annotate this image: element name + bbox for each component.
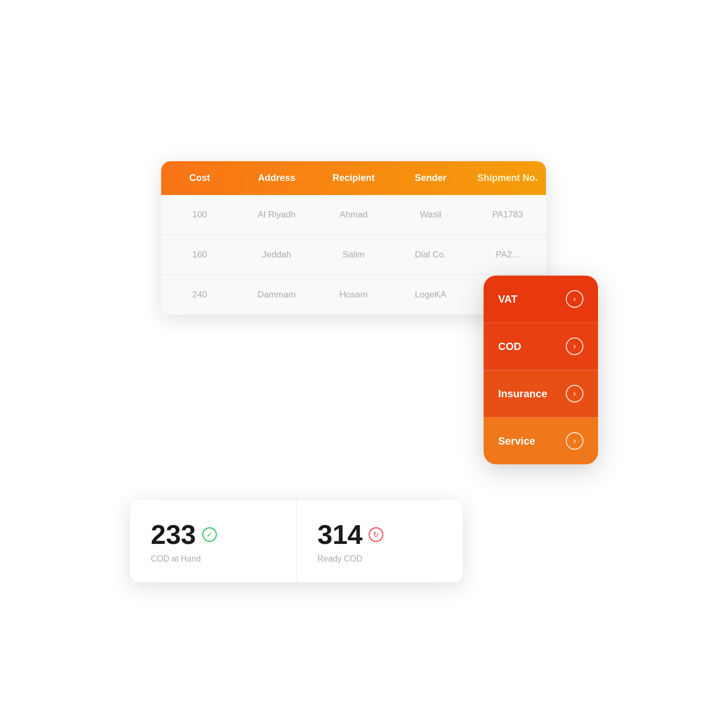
refresh-icon: ↻ (369, 527, 383, 542)
stat-cod-at-hand: 233 ✓ COD at Hand (130, 500, 297, 582)
table-row: 160 Jeddah Salim Dlal Co. PA2... (161, 235, 546, 275)
menu-label-vat: VAT (498, 293, 517, 305)
stat-label-1: Ready COD (318, 554, 362, 564)
arrow-icon-vat: › (566, 290, 583, 308)
table-header: Cost Address Recipient Sender Shipment N… (161, 161, 546, 195)
cell-shipment-0: PA1783 (469, 195, 546, 235)
cell-cost-2: 240 (161, 275, 238, 315)
stat-number-1: 314 (318, 519, 363, 550)
col-head-address: Address (238, 161, 315, 195)
stat-number-0: 233 (151, 519, 196, 550)
cell-recipient-0: Ahmad (315, 195, 392, 235)
stat-number-row-0: 233 ✓ (151, 519, 217, 550)
arrow-icon-cod: › (566, 337, 583, 355)
menu-card: VAT › COD › Insurance › Service › (484, 276, 598, 464)
menu-item-insurance[interactable]: Insurance › (484, 370, 598, 418)
cell-recipient-2: Hosam (315, 275, 392, 315)
col-head-sender: Sender (392, 161, 469, 195)
menu-item-service[interactable]: Service › (484, 418, 598, 464)
col-head-recipient: Recipient (315, 161, 392, 195)
cell-address-1: Jeddah (238, 235, 315, 275)
col-head-cost: Cost (161, 161, 238, 195)
table-row: 100 Al Riyadh Ahmad Wasil PA1783 (161, 195, 546, 235)
scene: Cost Address Recipient Sender Shipment N… (130, 130, 598, 598)
arrow-icon-service: › (566, 432, 583, 450)
cell-address-0: Al Riyadh (238, 195, 315, 235)
stat-number-row-1: 314 ↻ (318, 519, 384, 550)
stat-ready-cod: 314 ↻ Ready COD (297, 500, 463, 582)
cell-sender-2: LogeKA (392, 275, 469, 315)
cell-cost-1: 160 (161, 235, 238, 275)
col-head-shipment-no: Shipment No. (469, 161, 546, 195)
cell-recipient-1: Salim (315, 235, 392, 275)
cell-address-2: Dammam (238, 275, 315, 315)
check-icon: ✓ (202, 527, 217, 542)
cell-sender-0: Wasil (392, 195, 469, 235)
cell-shipment-1: PA2... (469, 235, 546, 275)
menu-label-cod: COD (498, 341, 521, 353)
arrow-icon-insurance: › (566, 385, 583, 402)
menu-item-vat[interactable]: VAT › (484, 276, 598, 323)
menu-item-cod[interactable]: COD › (484, 323, 598, 370)
stat-label-0: COD at Hand (151, 554, 201, 564)
cell-sender-1: Dlal Co. (392, 235, 469, 275)
stats-card: 233 ✓ COD at Hand 314 ↻ Ready COD (130, 500, 463, 582)
menu-label-service: Service (498, 435, 535, 447)
menu-label-insurance: Insurance (498, 388, 547, 400)
cell-cost-0: 100 (161, 195, 238, 235)
